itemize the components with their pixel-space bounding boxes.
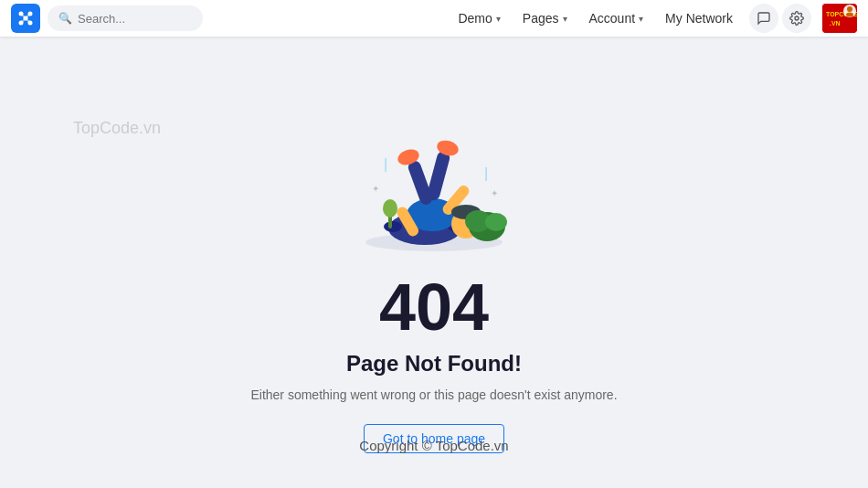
svg-text:.VN: .VN — [830, 20, 841, 27]
svg-rect-16 — [426, 150, 451, 202]
svg-point-6 — [846, 13, 853, 17]
error-title: Page Not Found! — [346, 351, 522, 377]
svg-point-5 — [847, 6, 852, 12]
error-description: Either something went wrong or this page… — [250, 387, 617, 402]
pages-chevron-icon: ▾ — [563, 14, 567, 24]
svg-point-9 — [384, 221, 402, 232]
error-illustration: | | ✦ ✦ — [333, 91, 535, 256]
brand-logo[interactable]: TOPCODE .VN — [822, 4, 857, 33]
search-input[interactable] — [78, 12, 196, 26]
my-network-nav-item[interactable]: My Network — [656, 7, 742, 29]
pages-nav-item[interactable]: Pages ▾ — [513, 7, 577, 29]
svg-text:✦: ✦ — [491, 188, 498, 198]
nav-links: Demo ▾ Pages ▾ Account ▾ My Network — [449, 4, 857, 33]
search-icon: 🔍 — [58, 12, 72, 25]
svg-point-0 — [795, 16, 799, 20]
messages-icon-btn[interactable] — [749, 4, 778, 33]
svg-point-24 — [383, 199, 397, 217]
svg-point-22 — [485, 213, 507, 231]
account-nav-item[interactable]: Account ▾ — [580, 7, 653, 29]
account-chevron-icon: ▾ — [639, 14, 643, 24]
demo-chevron-icon: ▾ — [496, 14, 501, 24]
svg-text:✦: ✦ — [372, 184, 379, 194]
search-box: 🔍 — [48, 5, 203, 31]
footer: Copyright © TopCode.vn — [0, 419, 868, 472]
settings-icon-btn[interactable] — [782, 4, 811, 33]
svg-text:|: | — [384, 156, 387, 172]
svg-rect-14 — [407, 159, 434, 207]
demo-nav-item[interactable]: Demo ▾ — [449, 7, 509, 29]
brand-logo-image: TOPCODE .VN — [822, 4, 857, 33]
error-code: 404 — [379, 274, 489, 340]
app-logo[interactable] — [11, 4, 40, 33]
navbar: 🔍 Demo ▾ Pages ▾ Account ▾ My Network — [0, 0, 868, 37]
svg-text:|: | — [484, 165, 488, 181]
